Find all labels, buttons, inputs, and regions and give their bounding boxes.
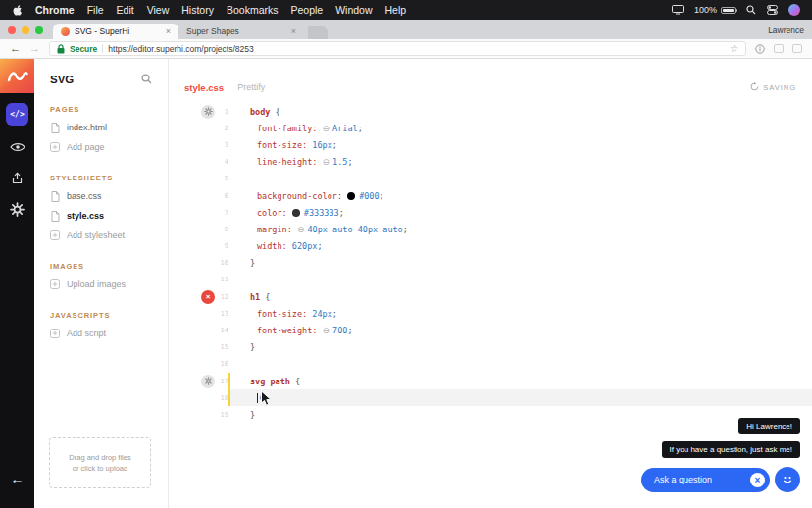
menu-bookmarks[interactable]: Bookmarks	[227, 4, 279, 16]
spotlight-icon[interactable]	[746, 5, 756, 15]
value-adjuster-icon[interactable]: ⊖	[323, 157, 330, 167]
chat-close-icon[interactable]: ×	[750, 473, 765, 487]
preview-button[interactable]	[0, 130, 34, 163]
file-icon	[50, 191, 60, 202]
menu-people[interactable]: People	[290, 4, 323, 16]
code-line[interactable]: 15}	[169, 339, 812, 356]
forward-button[interactable]: →	[29, 43, 40, 54]
error-indicator-icon[interactable]: ×	[198, 290, 218, 304]
page-info-icon[interactable]	[755, 44, 765, 54]
code-area[interactable]: 1body {2font-family: ⊖Arial;3font-size: …	[169, 103, 812, 424]
siri-icon[interactable]	[788, 4, 800, 16]
ask-question-label: Ask a question	[654, 475, 712, 484]
line-number: 9	[218, 242, 228, 250]
code-line[interactable]: 5	[169, 171, 812, 187]
code-line[interactable]: 16	[169, 356, 812, 373]
menu-help[interactable]: Help	[385, 4, 407, 16]
exit-editor-button[interactable]: ←	[0, 462, 34, 494]
code-line[interactable]: ×12h1 {	[169, 288, 812, 305]
file-item[interactable]: base.css	[34, 186, 168, 206]
code-token: {	[290, 377, 300, 386]
code-line[interactable]: 8margin: ⊖40px auto 40px auto;	[169, 221, 812, 237]
code-line[interactable]: 6background-color: #000;	[169, 187, 812, 204]
code-line[interactable]: 18⊕	[169, 389, 812, 406]
browser-profile-name[interactable]: Lawrence	[768, 25, 804, 35]
browser-tab[interactable]: Super Shapes×	[178, 24, 304, 39]
menu-window[interactable]: Window	[335, 4, 372, 16]
code-view-button[interactable]: </>	[0, 98, 34, 130]
file-item[interactable]: style.css	[34, 206, 168, 226]
tab-favicon-icon	[61, 27, 70, 36]
code-line[interactable]: 2font-family: ⊖Arial;	[169, 120, 812, 136]
tool-rail: </> ←	[0, 59, 34, 508]
extension-icon[interactable]	[774, 44, 784, 53]
menu-history[interactable]: History	[181, 4, 214, 16]
code-line-content	[228, 356, 812, 373]
display-status-icon[interactable]	[672, 5, 684, 15]
code-token: 620px	[292, 241, 318, 251]
code-line[interactable]: 10}	[169, 255, 812, 272]
line-number: 19	[218, 411, 228, 419]
line-number: 12	[218, 293, 228, 301]
code-line[interactable]: 1body {	[169, 103, 812, 120]
rule-settings-icon[interactable]	[198, 105, 218, 119]
code-line[interactable]: 3font-size: 16px;	[169, 136, 812, 153]
code-token: margin:	[257, 225, 297, 234]
chat-avatar-icon[interactable]	[775, 467, 800, 492]
control-center-icon[interactable]	[767, 5, 778, 15]
settings-button[interactable]	[0, 195, 34, 228]
battery-status[interactable]: 100%	[694, 5, 736, 15]
menu-chrome[interactable]: Chrome	[35, 4, 75, 16]
superhi-logo[interactable]	[0, 59, 34, 93]
code-line[interactable]: 11	[169, 272, 812, 288]
code-line[interactable]: 17svg path {	[169, 373, 812, 389]
new-tab-button[interactable]	[308, 26, 328, 39]
color-swatch[interactable]	[292, 209, 300, 217]
search-icon[interactable]	[141, 71, 152, 88]
add-property-icon[interactable]: ⊕	[259, 392, 267, 403]
menu-edit[interactable]: Edit	[117, 4, 134, 16]
cast-icon[interactable]	[792, 44, 802, 53]
value-adjuster-icon[interactable]: ⊖	[323, 124, 330, 133]
refresh-icon	[750, 82, 759, 93]
tab-close-icon[interactable]: ×	[291, 26, 296, 36]
file-item[interactable]: index.html	[34, 118, 168, 137]
prettify-button[interactable]: Prettify	[237, 82, 265, 92]
color-swatch[interactable]	[347, 192, 355, 200]
zoom-window-button[interactable]	[35, 26, 43, 34]
publish-button[interactable]	[0, 163, 34, 195]
menu-file[interactable]: File	[87, 4, 104, 16]
add-item-button[interactable]: Upload images	[34, 275, 168, 294]
insert-point: ⊕	[257, 392, 267, 403]
line-number: 5	[218, 175, 228, 182]
file-item-label: Add page	[67, 140, 105, 154]
code-line[interactable]: 9width: 620px;	[169, 238, 812, 255]
open-file-tab[interactable]: style.css	[184, 82, 224, 93]
menu-view[interactable]: View	[147, 4, 170, 16]
tab-close-icon[interactable]: ×	[166, 26, 171, 36]
file-dropzone[interactable]: Drag and drop files or click to upload	[49, 437, 151, 488]
add-icon	[50, 329, 60, 338]
code-line[interactable]: 7color: #333333;	[169, 204, 812, 221]
back-button[interactable]: ←	[10, 43, 21, 54]
code-line-content: font-family: ⊖Arial;	[228, 120, 812, 136]
gear-icon	[10, 202, 25, 221]
apple-menu-icon[interactable]	[12, 4, 23, 17]
address-bar[interactable]: Secure https://editor.superhi.com/projec…	[49, 41, 746, 56]
value-adjuster-icon[interactable]: ⊖	[297, 225, 305, 234]
add-item-button[interactable]: Add stylesheet	[34, 226, 168, 245]
file-item-label: Add stylesheet	[67, 229, 125, 242]
code-line[interactable]: 13font-size: 24px;	[169, 305, 812, 322]
rule-settings-icon[interactable]	[198, 375, 218, 388]
code-line[interactable]: 14font-weight: ⊖700;	[169, 322, 812, 338]
browser-tab[interactable]: SVG - SuperHi×	[53, 24, 178, 39]
line-number: 14	[218, 327, 228, 334]
code-line[interactable]: 4line-height: ⊖1.5;	[169, 154, 812, 171]
add-item-button[interactable]: Add script	[34, 324, 168, 343]
bookmark-star-icon[interactable]: ☆	[730, 43, 738, 54]
value-adjuster-icon[interactable]: ⊖	[323, 326, 330, 335]
add-item-button[interactable]: Add page	[34, 137, 168, 157]
minimize-window-button[interactable]	[22, 26, 29, 34]
ask-question-button[interactable]: Ask a question ×	[641, 468, 770, 492]
close-window-button[interactable]	[8, 26, 16, 34]
